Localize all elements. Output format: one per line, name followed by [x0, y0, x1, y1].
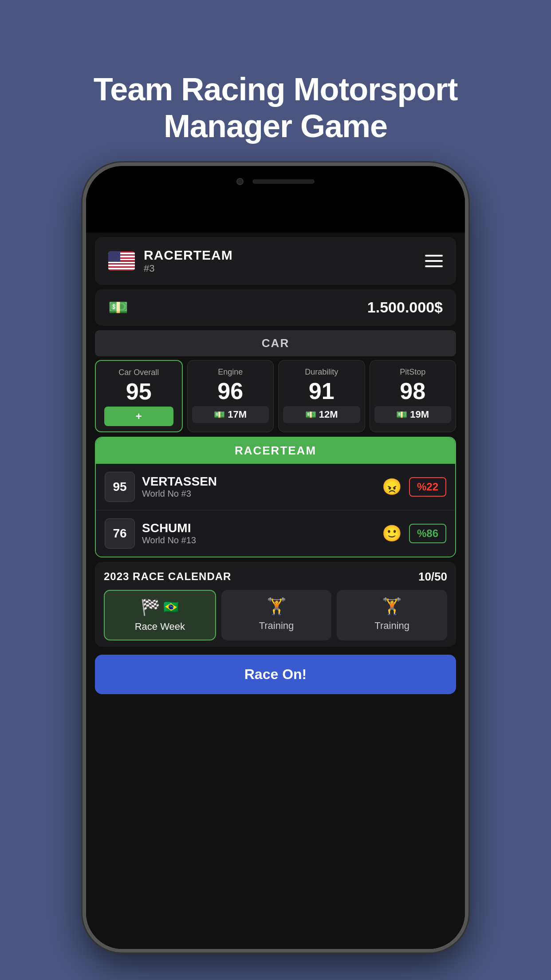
app-content: RACERTEAM #3 💵 1.500.000$ CAR [86, 233, 465, 949]
volume-mute-button [83, 255, 84, 281]
team-flag [108, 251, 135, 271]
calendar-item-training-2[interactable]: 🏋 Training [337, 590, 447, 640]
calendar-section: 2023 RACE CALENDAR 10/50 🏁 🇧🇷 Race Week [95, 562, 456, 647]
stat-card-engine: Engine 96 💵 17M [187, 360, 274, 432]
stat-value-engine: 96 [192, 379, 269, 403]
money-icon-engine: 💵 [214, 409, 225, 420]
car-section-title: CAR [262, 336, 289, 350]
team-section-name: RACERTEAM [235, 444, 316, 457]
menu-line-1 [425, 255, 443, 257]
camera-icon [236, 178, 244, 185]
driver-info-vertassen: VERTASSEN World No #3 [142, 474, 375, 499]
stat-cost-engine[interactable]: 💵 17M [192, 406, 269, 423]
stat-label-overall: Car Overall [100, 368, 177, 377]
stat-value-overall: 95 [100, 380, 177, 403]
team-section: RACERTEAM 95 VERTASSEN World No #3 😠 %22… [95, 437, 456, 557]
driver-info-schumi: SCHUMI World No #13 [142, 521, 375, 545]
menu-line-3 [425, 265, 443, 267]
training-icon-1: 🏋 [267, 597, 287, 616]
calendar-header: 2023 RACE CALENDAR 10/50 [104, 570, 447, 584]
race-week-flag-icon: 🏁 [141, 598, 161, 616]
app-header: RACERTEAM #3 [95, 237, 456, 285]
stat-card-durability: Durability 91 💵 12M [278, 360, 365, 432]
volume-up-button [83, 295, 84, 339]
status-bar [86, 197, 465, 233]
phone-frame: RACERTEAM #3 💵 1.500.000$ CAR [83, 162, 468, 952]
volume-down-button [83, 348, 84, 392]
balance-amount: 1.500.000$ [367, 299, 443, 316]
calendar-items: 🏁 🇧🇷 Race Week 🏋 Training 🏋 Training [104, 590, 447, 640]
car-section-header: CAR [95, 330, 456, 356]
race-on-button[interactable]: Race On! [95, 655, 456, 694]
driver-rating-vertassen: 95 [105, 472, 135, 502]
race-week-brazil-flag: 🇧🇷 [163, 600, 179, 614]
team-section-header: RACERTEAM [96, 438, 455, 464]
driver-rating-schumi: 76 [105, 518, 135, 549]
calendar-title: 2023 RACE CALENDAR [104, 570, 231, 583]
driver-row-schumi[interactable]: 76 SCHUMI World No #13 🙂 %86 [96, 510, 455, 557]
stat-value-pitstop: 98 [374, 379, 452, 403]
app-title: Team Racing MotorsportManager Game [67, 71, 484, 145]
menu-button[interactable] [425, 255, 443, 267]
calendar-item-label-training-1: Training [259, 620, 294, 632]
header-left: RACERTEAM #3 [108, 248, 233, 274]
driver-rank-schumi: World No #13 [142, 535, 375, 545]
driver-mood-schumi: 🙂 [382, 524, 402, 543]
stat-cost-amount-engine: 17M [228, 409, 247, 420]
driver-form-schumi: %86 [409, 524, 446, 543]
upgrade-overall-button[interactable]: + [104, 407, 173, 426]
driver-form-vertassen: %22 [409, 477, 446, 497]
stat-cost-amount-pitstop: 19M [410, 409, 429, 420]
stat-value-durability: 91 [283, 379, 360, 403]
power-button [467, 308, 468, 370]
menu-line-2 [425, 260, 443, 262]
usa-flag [108, 251, 135, 271]
calendar-item-label-training-2: Training [374, 620, 409, 632]
stat-label-engine: Engine [192, 368, 269, 377]
driver-row-vertassen[interactable]: 95 VERTASSEN World No #3 😠 %22 [96, 464, 455, 510]
stat-card-overall: Car Overall 95 + [95, 360, 183, 432]
driver-name-vertassen: VERTASSEN [142, 474, 375, 489]
stat-cost-amount-durability: 12M [319, 409, 338, 420]
phone-screen: RACERTEAM #3 💵 1.500.000$ CAR [86, 197, 465, 949]
race-on-text: Race On! [244, 666, 307, 682]
stat-cost-pitstop[interactable]: 💵 19M [374, 406, 452, 423]
calendar-progress: 10/50 [418, 570, 447, 584]
driver-mood-vertassen: 😠 [382, 478, 402, 496]
balance-bar: 💵 1.500.000$ [95, 289, 456, 326]
stat-cost-durability[interactable]: 💵 12M [283, 406, 360, 423]
team-number: #3 [144, 263, 233, 274]
phone-notch [86, 166, 465, 197]
calendar-item-training-1[interactable]: 🏋 Training [221, 590, 332, 640]
stat-label-pitstop: PitStop [374, 368, 452, 377]
stat-card-pitstop: PitStop 98 💵 19M [370, 360, 457, 432]
car-stats: Car Overall 95 + Engine 96 💵 17M Durabil… [95, 360, 456, 432]
money-icon-durability: 💵 [305, 409, 316, 420]
driver-name-schumi: SCHUMI [142, 521, 375, 535]
money-icon: 💵 [108, 298, 128, 317]
calendar-item-race-week[interactable]: 🏁 🇧🇷 Race Week [104, 590, 216, 640]
stat-label-durability: Durability [283, 368, 360, 377]
page-title: Team Racing MotorsportManager Game [31, 36, 520, 162]
team-name: RACERTEAM [144, 248, 233, 263]
training-icon-2: 🏋 [382, 597, 402, 616]
team-info: RACERTEAM #3 [144, 248, 233, 274]
calendar-item-label-race-week: Race Week [135, 621, 185, 632]
speaker [252, 179, 315, 184]
money-icon-pitstop: 💵 [396, 409, 407, 420]
driver-rank-vertassen: World No #3 [142, 489, 375, 499]
